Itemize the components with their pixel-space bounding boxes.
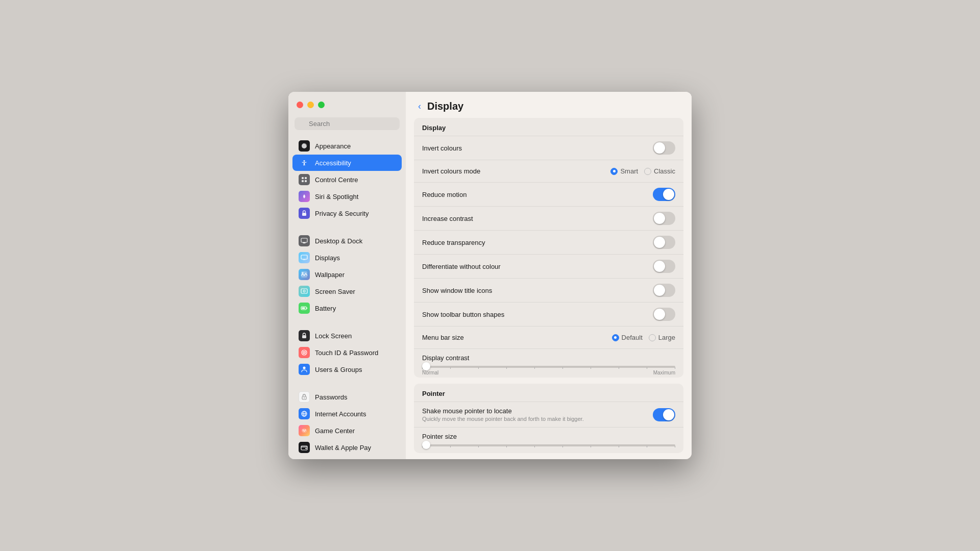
radio-default[interactable]: Default [612, 334, 643, 341]
svg-point-32 [304, 431, 305, 432]
screensaver-label: Screen Saver [315, 288, 355, 295]
passwords-icon [299, 391, 310, 403]
displays-label: Displays [315, 254, 340, 262]
sidebar-item-displays[interactable]: Displays [292, 249, 402, 266]
display-contrast-track[interactable] [422, 366, 675, 368]
reduce-motion-label: Reduce motion [422, 191, 653, 198]
sidebar-item-users[interactable]: Users & Groups [292, 361, 402, 378]
shake-mouse-text: Shake mouse pointer to locate Quickly mo… [422, 407, 653, 422]
sidebar-item-desktop[interactable]: Desktop & Dock [292, 233, 402, 249]
radio-large[interactable]: Large [649, 334, 675, 341]
page-title: Display [427, 101, 463, 112]
pointer-size-slider-container [422, 444, 675, 446]
setting-window-title-icons: Show window title icons [414, 278, 683, 302]
main-content: ‹ Display Display Invert colours Invert … [406, 92, 692, 459]
pointer-section: Pointer Shake mouse pointer to locate Qu… [414, 384, 683, 453]
increase-contrast-control [653, 212, 675, 225]
sidebar-item-internet[interactable]: Internet Accounts [292, 406, 402, 422]
svg-point-24 [303, 367, 306, 369]
sidebar-item-touchid[interactable]: Touch ID & Password [292, 344, 402, 361]
svg-point-23 [304, 352, 305, 353]
maximize-button[interactable] [318, 102, 325, 108]
menu-bar-size-label: Menu bar size [422, 334, 612, 341]
sidebar: Appearance Accessibility [288, 92, 406, 459]
wallpaper-label: Wallpaper [315, 271, 345, 279]
svg-rect-16 [301, 289, 307, 293]
sidebar-item-wallet[interactable]: Wallet & Apple Pay [292, 439, 402, 456]
users-label: Users & Groups [315, 366, 362, 373]
close-button[interactable] [297, 102, 303, 108]
reduce-transparency-toggle[interactable] [653, 236, 675, 249]
differentiate-toggle[interactable] [653, 260, 675, 273]
reduce-motion-toggle[interactable] [653, 188, 675, 201]
sidebar-item-gamecenter[interactable]: Game Center [292, 422, 402, 439]
sidebar-item-siri[interactable]: Siri & Spotlight [292, 188, 402, 205]
pointer-size-thumb[interactable] [422, 441, 430, 449]
svg-rect-5 [305, 177, 307, 179]
contrast-min-label: Normal [422, 370, 438, 375]
appearance-label: Appearance [315, 142, 351, 150]
window-title-icons-knob [654, 285, 665, 296]
svg-rect-11 [303, 242, 306, 243]
privacy-label: Privacy & Security [315, 210, 369, 217]
sidebar-section-3: Lock Screen Touch ID & Password [288, 325, 406, 380]
shake-mouse-knob [663, 409, 674, 420]
sidebar-item-accessibility[interactable]: Accessibility [292, 155, 402, 171]
pointer-size-track[interactable] [422, 444, 675, 446]
shake-mouse-sublabel: Quickly move the mouse pointer back and … [422, 416, 653, 422]
svg-point-15 [302, 272, 304, 274]
radio-smart-circle [610, 168, 618, 175]
svg-rect-20 [302, 335, 306, 338]
radio-classic[interactable]: Classic [644, 167, 675, 175]
svg-rect-12 [301, 255, 307, 259]
back-button[interactable]: ‹ [416, 100, 423, 113]
sidebar-item-wallpaper[interactable]: Wallpaper [292, 266, 402, 283]
setting-display-contrast: Display contrast [414, 348, 683, 378]
sidebar-item-privacy[interactable]: Privacy & Security [292, 205, 402, 221]
controlcentre-icon [299, 174, 310, 185]
setting-menu-bar-size: Menu bar size Default Large [414, 326, 683, 348]
toolbar-shapes-control [653, 308, 675, 321]
siri-icon [299, 191, 310, 202]
display-section-header: Display [414, 118, 683, 136]
window-title-icons-toggle[interactable] [653, 284, 675, 297]
invert-colours-toggle[interactable] [653, 141, 675, 155]
setting-invert-mode: Invert colours mode Smart Classic [414, 160, 683, 182]
svg-point-31 [305, 430, 306, 431]
wallpaper-icon [299, 269, 310, 280]
sidebar-item-appearance[interactable]: Appearance [292, 138, 402, 154]
sidebar-section-5: Keyboard [288, 458, 406, 459]
setting-differentiate: Differentiate without colour [414, 254, 683, 278]
svg-point-3 [304, 160, 305, 162]
sidebar-section-4: Passwords Internet Accounts [288, 386, 406, 458]
differentiate-knob [654, 261, 665, 272]
sidebar-item-passwords[interactable]: Passwords [292, 389, 402, 405]
toolbar-shapes-label: Show toolbar button shapes [422, 311, 653, 318]
minimize-button[interactable] [307, 102, 314, 108]
touchid-label: Touch ID & Password [315, 349, 378, 357]
reduce-motion-control [653, 188, 675, 201]
toolbar-shapes-toggle[interactable] [653, 308, 675, 321]
main-header: ‹ Display [406, 92, 692, 118]
shake-mouse-label: Shake mouse pointer to locate [422, 407, 653, 415]
display-contrast-labels: Normal Maximum [422, 370, 675, 375]
display-contrast-thumb[interactable] [422, 362, 430, 370]
increase-contrast-toggle[interactable] [653, 212, 675, 225]
contrast-max-label: Maximum [653, 370, 675, 375]
sidebar-item-battery[interactable]: Battery [292, 300, 402, 316]
accessibility-icon [299, 157, 310, 168]
sidebar-item-controlcentre[interactable]: Control Centre [292, 171, 402, 188]
sidebar-item-lockscreen[interactable]: Lock Screen [292, 328, 402, 344]
svg-rect-6 [302, 180, 304, 182]
sidebar-item-screensaver[interactable]: Screen Saver [292, 283, 402, 299]
gamecenter-icon [299, 425, 310, 436]
radio-smart[interactable]: Smart [610, 167, 638, 175]
internet-icon [299, 408, 310, 419]
gamecenter-label: Game Center [315, 427, 355, 435]
touchid-icon [299, 347, 310, 358]
shake-mouse-toggle[interactable] [653, 408, 675, 421]
battery-label: Battery [315, 305, 336, 312]
setting-increase-contrast: Increase contrast [414, 206, 683, 230]
reduce-motion-knob [663, 189, 674, 200]
search-input[interactable] [295, 117, 400, 130]
